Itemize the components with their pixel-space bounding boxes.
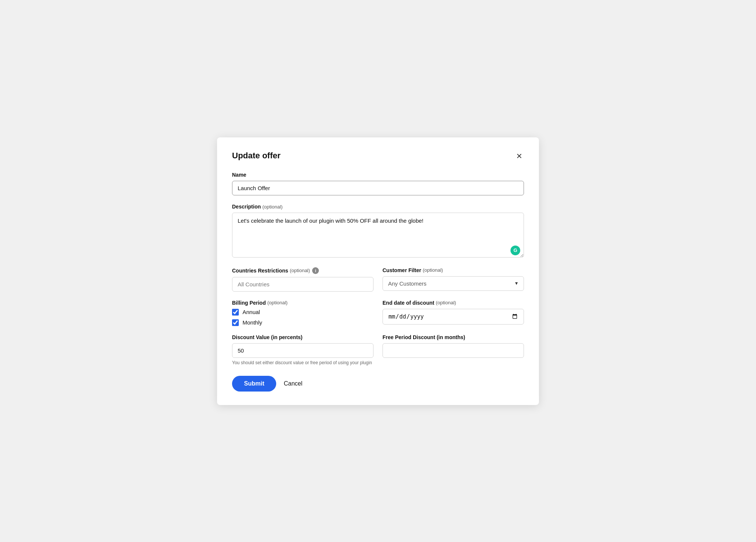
name-input[interactable] — [232, 181, 524, 195]
discount-hint: You should set either discount value or … — [232, 360, 374, 365]
description-label: Description (optional) — [232, 204, 524, 210]
billing-monthly-item[interactable]: Monthly — [232, 319, 374, 326]
submit-button[interactable]: Submit — [232, 376, 276, 392]
discount-label: Discount Value (in percents) — [232, 334, 374, 340]
description-optional-label: (optional) — [262, 204, 283, 210]
discount-freeperiod-row: Discount Value (in percents) You should … — [232, 334, 524, 365]
countries-optional-label: (optional) — [290, 268, 310, 273]
discount-section: Discount Value (in percents) You should … — [232, 334, 374, 365]
end-date-input[interactable] — [382, 309, 524, 325]
end-date-wrapper — [382, 309, 524, 325]
end-date-label-row: End date of discount (optional) — [382, 300, 524, 306]
free-period-section: Free Period Discount (in months) — [382, 334, 524, 365]
countries-label: Countries Restrictions — [232, 268, 288, 274]
countries-label-row: Countries Restrictions (optional) i — [232, 267, 374, 274]
end-date-section: End date of discount (optional) — [382, 300, 524, 326]
countries-customer-row: Countries Restrictions (optional) i Cust… — [232, 267, 524, 292]
customer-filter-optional-label: (optional) — [423, 267, 443, 273]
customer-filter-label-row: Customer Filter (optional) — [382, 267, 524, 273]
free-period-label: Free Period Discount (in months) — [382, 334, 524, 340]
discount-input[interactable] — [232, 343, 374, 358]
button-row: Submit Cancel — [232, 376, 524, 392]
description-wrapper: Let's celebrate the launch of our plugin… — [232, 213, 524, 259]
billing-period-optional-label: (optional) — [267, 300, 287, 305]
close-button[interactable]: ✕ — [515, 151, 524, 161]
modal-header: Update offer ✕ — [232, 151, 524, 161]
update-offer-modal: Update offer ✕ Name Description (optiona… — [217, 137, 539, 405]
billing-annual-checkbox[interactable] — [232, 309, 239, 316]
grammarly-icon: G — [510, 246, 520, 255]
name-label: Name — [232, 172, 524, 178]
billing-period-label-row: Billing Period (optional) — [232, 300, 374, 306]
billing-period-checkboxes: Annual Monthly — [232, 309, 374, 326]
modal-title: Update offer — [232, 151, 281, 161]
billing-monthly-label: Monthly — [243, 319, 262, 326]
countries-input[interactable] — [232, 277, 374, 292]
close-icon: ✕ — [516, 152, 522, 160]
billing-enddate-row: Billing Period (optional) Annual Monthly… — [232, 300, 524, 326]
customer-filter-select[interactable]: Any Customers New Customers Existing Cus… — [382, 276, 524, 291]
end-date-label: End date of discount — [382, 300, 434, 306]
countries-section: Countries Restrictions (optional) i — [232, 267, 374, 292]
free-period-input[interactable] — [382, 343, 524, 358]
cancel-button[interactable]: Cancel — [284, 380, 302, 387]
billing-period-section: Billing Period (optional) Annual Monthly — [232, 300, 374, 326]
customer-filter-section: Customer Filter (optional) Any Customers… — [382, 267, 524, 292]
customer-filter-label: Customer Filter — [382, 267, 421, 273]
name-section: Name — [232, 172, 524, 195]
description-section: Description (optional) Let's celebrate t… — [232, 204, 524, 259]
customer-filter-wrapper: Any Customers New Customers Existing Cus… — [382, 276, 524, 291]
countries-info-icon[interactable]: i — [312, 267, 319, 274]
billing-period-label: Billing Period — [232, 300, 266, 306]
billing-annual-label: Annual — [243, 309, 260, 315]
billing-annual-item[interactable]: Annual — [232, 309, 374, 316]
billing-monthly-checkbox[interactable] — [232, 319, 239, 326]
description-textarea[interactable]: Let's celebrate the launch of our plugin… — [232, 213, 524, 258]
end-date-optional-label: (optional) — [436, 300, 456, 305]
